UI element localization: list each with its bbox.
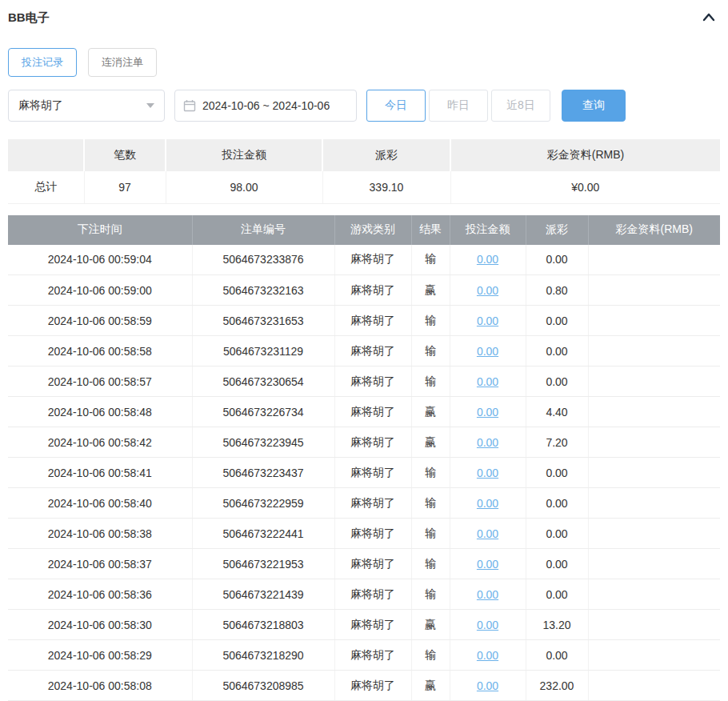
bonus-cell [588,610,720,640]
calendar-icon [183,99,196,112]
bet-time-cell: 2024-10-06 00:58:30 [8,610,192,640]
bet-time-cell: 2024-10-06 00:58:38 [8,519,192,549]
summary-total-count: 97 [84,171,166,203]
game-select[interactable]: 麻将胡了 [8,90,165,122]
quick-yesterday-button[interactable]: 昨日 [429,90,488,122]
bet-amount-link[interactable]: 0.00 [477,649,498,662]
chevron-up-icon[interactable] [699,8,718,27]
bet-time-cell: 2024-10-06 00:59:04 [8,245,192,275]
quick-today-button[interactable]: 今日 [366,90,426,122]
result-cell: 输 [411,458,450,488]
game-type-cell: 麻将胡了 [334,579,411,610]
search-button[interactable]: 查询 [562,90,626,122]
date-range-input[interactable]: 2024-10-06 ~ 2024-10-06 [174,90,357,122]
bet-amount-link[interactable]: 0.00 [477,284,498,297]
tab-bar: 投注记录 连消注单 [8,48,720,77]
bet-time-cell: 2024-10-06 00:58:48 [8,397,192,427]
bet-amount-link[interactable]: 0.00 [477,406,498,419]
bet-amount-cell: 0.00 [450,306,526,336]
payout-cell: 13.20 [526,610,588,640]
bet-amount-cell: 0.00 [450,427,526,458]
summary-header-blank [8,139,84,171]
bet-amount-link[interactable]: 0.00 [477,345,498,358]
header-payout: 派彩 [526,215,588,245]
bonus-cell [588,367,720,397]
header-bonus: 彩金资料(RMB) [588,215,720,245]
payout-cell: 0.00 [526,336,588,367]
chevron-down-icon [146,103,154,108]
header-result: 结果 [411,215,450,245]
header-order-id: 注单编号 [192,215,334,245]
bet-time-cell: 2024-10-06 00:58:41 [8,458,192,488]
table-row: 2024-10-06 00:58:585064673231129麻将胡了输0.0… [8,336,720,367]
payout-cell: 0.00 [526,579,588,610]
result-cell: 输 [411,488,450,519]
game-type-cell: 麻将胡了 [334,488,411,519]
table-row: 2024-10-06 00:58:575064673230654麻将胡了输0.0… [8,367,720,397]
bonus-cell [588,640,720,671]
bet-amount-cell: 0.00 [450,458,526,488]
result-cell: 赢 [411,397,450,427]
game-type-cell: 麻将胡了 [334,549,411,579]
payout-cell: 0.00 [526,488,588,519]
bonus-cell [588,427,720,458]
result-cell: 赢 [411,671,450,701]
table-row: 2024-10-06 00:58:485064673226734麻将胡了赢0.0… [8,397,720,427]
result-cell: 输 [411,640,450,671]
bonus-cell [588,579,720,610]
table-row: 2024-10-06 00:58:365064673221439麻将胡了输0.0… [8,579,720,610]
bonus-cell [588,488,720,519]
bet-records-table: 下注时间 注单编号 游戏类别 结果 投注金额 派彩 彩金资料(RMB) 2024… [8,215,720,701]
bet-amount-link[interactable]: 0.00 [477,314,498,327]
order-id-cell: 5064673221439 [192,579,334,610]
game-type-cell: 麻将胡了 [334,671,411,701]
summary-header-count: 笔数 [84,139,166,171]
payout-cell: 4.40 [526,397,588,427]
result-cell: 输 [411,336,450,367]
result-cell: 输 [411,306,450,336]
tab-bet-records[interactable]: 投注记录 [8,48,77,77]
tab-linked-cancel-orders[interactable]: 连消注单 [88,48,157,77]
bet-record-panel: BB电子 投注记录 连消注单 麻将胡了 2024-10-06 ~ 2 [0,0,728,701]
payout-cell: 0.00 [526,245,588,275]
summary-total-bet-amount: 98.00 [166,171,322,203]
order-id-cell: 5064673230654 [192,367,334,397]
bet-amount-link[interactable]: 0.00 [477,679,498,692]
bet-amount-link[interactable]: 0.00 [477,527,498,540]
bet-amount-cell: 0.00 [450,397,526,427]
bet-time-cell: 2024-10-06 00:58:29 [8,640,192,671]
bet-amount-link[interactable]: 0.00 [477,497,498,510]
table-row: 2024-10-06 00:58:375064673221953麻将胡了输0.0… [8,549,720,579]
bet-amount-link[interactable]: 0.00 [477,467,498,479]
game-type-cell: 麻将胡了 [334,610,411,640]
game-type-cell: 麻将胡了 [334,245,411,275]
bet-amount-link[interactable]: 0.00 [477,436,498,449]
bet-amount-link[interactable]: 0.00 [477,375,498,388]
bonus-cell [588,519,720,549]
table-row: 2024-10-06 00:58:305064673218803麻将胡了赢0.0… [8,610,720,640]
bet-time-cell: 2024-10-06 00:58:57 [8,367,192,397]
table-row: 2024-10-06 00:58:405064673222959麻将胡了输0.0… [8,488,720,519]
page-title: BB电子 [8,10,50,26]
quick-last8days-button[interactable]: 近8日 [491,90,550,122]
bonus-cell [588,549,720,579]
bet-time-cell: 2024-10-06 00:58:58 [8,336,192,367]
result-cell: 赢 [411,427,450,458]
header-game-type: 游戏类别 [334,215,411,245]
bet-amount-link[interactable]: 0.00 [477,558,498,571]
bonus-cell [588,458,720,488]
summary-header-bet-amount: 投注金额 [166,139,322,171]
quick-date-group: 今日 昨日 近8日 [366,90,550,122]
bet-table-header-row: 下注时间 注单编号 游戏类别 结果 投注金额 派彩 彩金资料(RMB) [8,215,720,245]
order-id-cell: 5064673232163 [192,275,334,306]
bet-amount-link[interactable]: 0.00 [477,588,498,601]
table-row: 2024-10-06 00:59:045064673233876麻将胡了输0.0… [8,245,720,275]
bet-amount-link[interactable]: 0.00 [477,253,498,266]
table-row: 2024-10-06 00:58:385064673222441麻将胡了输0.0… [8,519,720,549]
bonus-cell [588,245,720,275]
bonus-cell [588,306,720,336]
bonus-cell [588,397,720,427]
bet-amount-link[interactable]: 0.00 [477,619,498,631]
bonus-cell [588,336,720,367]
table-row: 2024-10-06 00:59:005064673232163麻将胡了赢0.0… [8,275,720,306]
